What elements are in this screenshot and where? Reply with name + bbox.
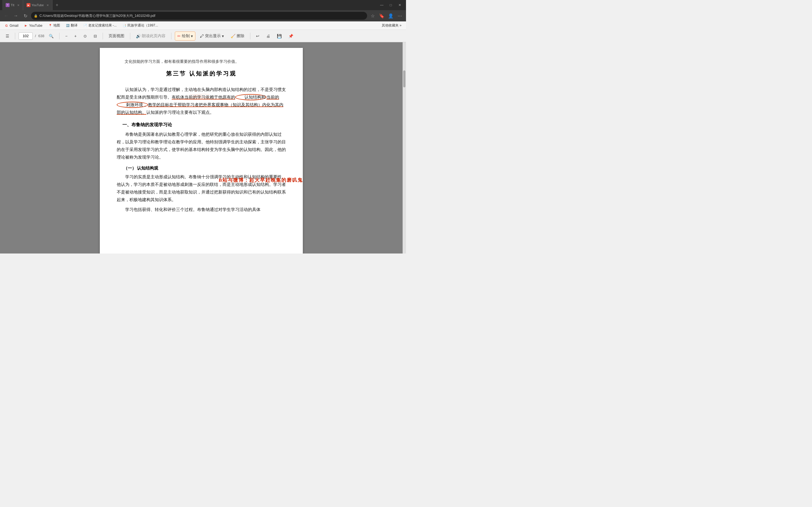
tab-1-title: TIt: [11, 3, 14, 7]
bookmark-youtube[interactable]: ▶ YouTube: [22, 23, 45, 28]
address-text: C:/Users/简筱诞/Desktop/书籍/教育心理学%第三版%20张大均_…: [40, 13, 155, 18]
fit-page-icon: ⊙: [84, 34, 87, 38]
fit-width-button[interactable]: ⊟: [91, 32, 99, 41]
address-box[interactable]: 🔒 C:/Users/简筱诞/Desktop/书籍/教育心理学%第三版%20张大…: [31, 12, 367, 20]
bookmark-search-result[interactable]: 📄 老友记搜索结果 -...: [81, 22, 119, 29]
titlebar: T TIt ✕ ▶ YouTube ✕ + — □ ✕: [0, 0, 406, 10]
addressbar: ← → ↻ 🔒 C:/Users/简筱诞/Desktop/书籍/教育心理学%第三…: [0, 10, 406, 21]
forward-button[interactable]: →: [12, 12, 20, 20]
pin-button[interactable]: 📌: [286, 32, 296, 41]
erase-button[interactable]: 🧹 擦除: [229, 32, 247, 41]
para-4: 学习包括获得、转化和评价三个过程。布鲁纳通过对学生学习活动的具体: [117, 206, 286, 214]
paragraph-4: 学习包括获得、转化和评价三个过程。布鲁纳通过对学生学习活动的具体: [117, 206, 286, 214]
window-controls: — □ ✕: [378, 2, 404, 8]
top-snippet: 文化技能的学习方面，都有着很重要的指导作用和很多学习价值。: [117, 59, 286, 64]
divider-5: [171, 33, 171, 40]
doc-icon-1: 📄: [83, 24, 87, 27]
eraser-icon: 🧹: [231, 34, 236, 38]
circle-annotation-1: 认知结构和: [235, 94, 266, 100]
highlight-button[interactable]: 🖍 突出显示 ▾: [198, 32, 226, 41]
sidebar-toggle-button[interactable]: ☰: [3, 32, 11, 41]
bookmark-maps[interactable]: 📍 地图: [46, 22, 62, 29]
para-2: 布鲁纳是美国著名的认知教育心理学家，他把研究的重心放在知识获得的内部认知过程，以…: [117, 131, 286, 161]
new-tab-button[interactable]: +: [52, 0, 61, 10]
divider-3: [103, 33, 103, 40]
underline-1: 有机体当前的学习依赖于他原有的: [172, 95, 235, 100]
read-aloud-button[interactable]: 🔊 朗读此页内容: [134, 32, 168, 41]
divider-6: [250, 33, 250, 40]
content-area: 文化技能的学习方面，都有着很重要的指导作用和很多学习价值。 第三节 认知派的学习…: [0, 42, 406, 253]
draw-dropdown-arrow: ▾: [191, 34, 193, 38]
tab-1[interactable]: T TIt ✕: [2, 0, 23, 10]
back-button[interactable]: ←: [2, 12, 10, 20]
tab-list: T TIt ✕ ▶ YouTube ✕ +: [2, 0, 375, 10]
subheading-2-text: 认知结构观: [137, 166, 158, 170]
bookmark-gmail[interactable]: G Gmail: [2, 23, 20, 28]
bookmark-translate[interactable]: 🔤 翻译: [63, 22, 80, 29]
favorites-icon[interactable]: ☆: [369, 12, 377, 20]
zoom-in-button[interactable]: +: [72, 32, 79, 41]
minus-icon: −: [65, 34, 67, 38]
section-heading: 第三节 认知派的学习观: [117, 70, 286, 77]
more-button[interactable]: ⋯: [396, 12, 404, 20]
tab-1-favicon: T: [6, 3, 10, 7]
gmail-icon: G: [4, 24, 8, 27]
divider-2: [59, 33, 59, 40]
refresh-button[interactable]: ↻: [21, 12, 29, 20]
translate-icon: 🔤: [66, 24, 70, 27]
pdf-page-container[interactable]: 文化技能的学习方面，都有着很重要的指导作用和很多学习价值。 第三节 认知派的学习…: [0, 42, 403, 253]
scrollbar[interactable]: [403, 42, 406, 253]
tab-2-close[interactable]: ✕: [47, 4, 49, 7]
tab-2[interactable]: ▶ YouTube ✕: [23, 0, 52, 10]
speaker-icon: 🔊: [136, 34, 141, 38]
youtube-icon: ▶: [24, 24, 28, 27]
sidebar-icon: ☰: [6, 34, 9, 38]
circle-annotation-2: 刺激环境，: [117, 102, 148, 108]
watermark: B站与微博：起大早赶晚集的磨叽鬼: [219, 176, 303, 185]
underline-2: 当前的: [266, 95, 279, 100]
pencil-icon: ✏: [177, 34, 181, 38]
page-view-button[interactable]: 页面视图: [106, 32, 126, 41]
maximize-button[interactable]: □: [387, 2, 395, 8]
pdf-page: 文化技能的学习方面，都有着很重要的指导作用和很多学习价值。 第三节 认知派的学习…: [100, 48, 303, 253]
tab-1-close[interactable]: ✕: [17, 4, 19, 7]
doc-icon-2: 📑: [122, 24, 126, 27]
search-button[interactable]: 🔍: [47, 32, 56, 41]
close-button[interactable]: ✕: [396, 2, 404, 8]
subheading-1: 一、布鲁纳的发现学习论: [122, 122, 286, 128]
page-number-input[interactable]: [18, 33, 33, 40]
maps-icon: 📍: [48, 24, 52, 27]
fit-page-button[interactable]: ⊙: [81, 32, 89, 41]
page-view-label: 页面视图: [109, 34, 124, 39]
tab-2-title: YouTube: [32, 3, 44, 7]
bookmarks-bar: G Gmail ▶ YouTube 📍 地图 🔤 翻译 📄 老友记搜索结果 -.…: [0, 21, 406, 30]
page-separator: /: [35, 34, 36, 38]
save-button[interactable]: 💾: [274, 32, 284, 41]
fit-width-icon: ⊟: [94, 34, 97, 38]
other-favorites[interactable]: 其他收藏夹 »: [379, 22, 404, 29]
page-total: 638: [38, 34, 45, 38]
pdf-toolbar: ☰ / 638 🔍 − + ⊙ ⊟ 页面视图 🔊 朗读此页内容 ✏ 绘制 ▾ 🖍…: [0, 30, 406, 42]
highlight-dropdown-arrow: ▾: [222, 34, 224, 38]
draw-button[interactable]: ✏ 绘制 ▾: [175, 32, 195, 41]
zoom-out-button[interactable]: −: [63, 32, 70, 41]
minimize-button[interactable]: —: [378, 2, 386, 8]
highlight-icon: 🖍: [200, 34, 204, 38]
plus-icon: +: [74, 34, 77, 38]
print-button[interactable]: 🖨: [264, 32, 272, 41]
main-paragraph: 认知派认为，学习是通过理解，主动地在头脑内部构造认知结构的过程，不是受习惯支配而…: [117, 86, 286, 116]
tab-2-favicon: ▶: [27, 3, 31, 7]
lock-icon: 🔒: [34, 14, 38, 18]
profile-icon[interactable]: 👤: [387, 12, 395, 20]
subheading-2: （一）: [123, 166, 136, 170]
para-1: 认知派认为，学习是通过理解，主动地在头脑内部构造认知结构的过程，不是受习惯支配而…: [117, 86, 286, 116]
toolbar-right: ☆ 🔖 👤 ⋯: [369, 12, 404, 20]
scrollbar-thumb[interactable]: [403, 70, 405, 87]
collections-icon[interactable]: 🔖: [378, 12, 386, 20]
paragraph-2: 布鲁纳是美国著名的认知教育心理学家，他把研究的重心放在知识获得的内部认知过程，以…: [117, 131, 286, 161]
subheading-2-container: （一） 认知结构观: [123, 166, 286, 171]
bookmark-minzu[interactable]: 📑 民族学通论（1997...: [120, 22, 160, 29]
divider-4: [130, 33, 130, 40]
undo-button[interactable]: ↩: [254, 32, 262, 41]
search-icon: 🔍: [49, 34, 54, 38]
